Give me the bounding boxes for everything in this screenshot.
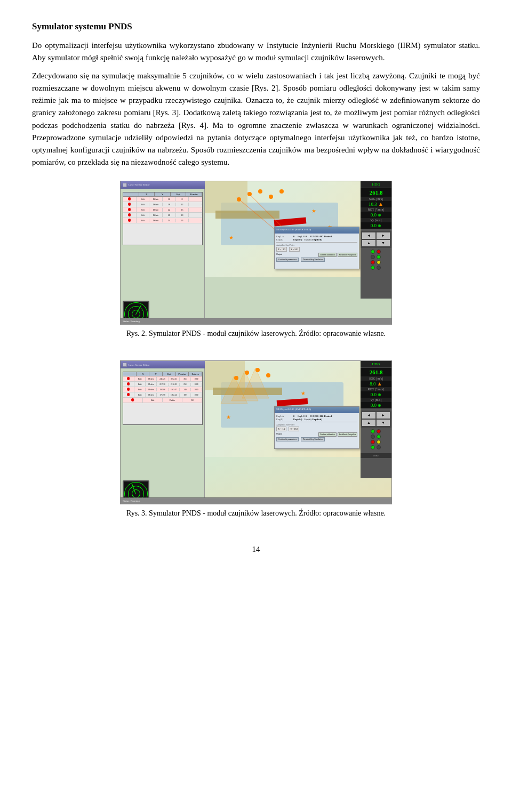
sensor-3 bbox=[258, 189, 262, 194]
fig2-sog-arrow: ▲ bbox=[378, 201, 383, 207]
fig3-light-6 bbox=[377, 440, 381, 444]
fig2-light-2 bbox=[377, 250, 381, 254]
fig3-misc-panel: Misc bbox=[361, 453, 391, 458]
fig3-dir-btn-4[interactable]: ▼ bbox=[377, 420, 390, 426]
fig2-sub-window: STATsys v2.0.06 (SMART v1.0) EngL.A0EngL… bbox=[274, 227, 359, 269]
fig3-sog-value: 8.0 ▲ bbox=[361, 381, 391, 387]
fig2-sog-label: SOG [m/s] bbox=[361, 197, 391, 201]
paragraph-1: Do optymalizacji interfejsu użytkownika … bbox=[32, 39, 480, 65]
fig2-vy-value: 0.0 ⊕ bbox=[361, 222, 391, 229]
fig2-map: ★ ★ ★ STATsys v2.0.06 (SMART v1.0) EngL.… bbox=[205, 181, 361, 277]
figure-3-container: Laser Sensor Editor × XYKątPomiarZakres … bbox=[32, 360, 480, 529]
fig3-sog-arrow: ▲ bbox=[377, 381, 382, 387]
fig2-light-6 bbox=[377, 260, 381, 264]
fig2-vy-arrow: ⊕ bbox=[378, 223, 381, 228]
sensor-5 bbox=[279, 189, 284, 194]
caption-3: Rys. 3. Symulator PNDS - moduł czujników… bbox=[126, 508, 386, 519]
fig3-map: ★ ★ STATsys v2.0.06 (SMART v1.0) EngL.A0… bbox=[205, 361, 361, 457]
fig2-hdg-label: HDG bbox=[361, 181, 391, 188]
fig2-light-7 bbox=[371, 266, 375, 270]
fig2-title-btn bbox=[123, 183, 127, 187]
fig3-lights-panel bbox=[361, 428, 390, 453]
page-title: Symulator systemu PNDS bbox=[32, 21, 480, 32]
fig3-light-8 bbox=[377, 445, 381, 449]
fig2-dir-btn-4[interactable]: ▼ bbox=[377, 240, 390, 246]
fig3-vy-value: 0.0 ⊕ bbox=[361, 402, 391, 408]
fig2-light-1 bbox=[371, 250, 375, 254]
fig3-vy-label: Vy [m/s] bbox=[361, 398, 391, 402]
fig2-light-5 bbox=[371, 260, 375, 264]
fig3-sub-window: STATsys v2.0.06 (SMART v1.0) EngL.A0EngL… bbox=[274, 406, 359, 449]
fig3-hdg-label: HDG bbox=[361, 361, 391, 368]
fig2-rot-label: ROT [°/min] bbox=[361, 207, 391, 212]
fig2-rot-arrow: ⊕ bbox=[378, 213, 381, 218]
fig2-sensor-table: XYKątPomiar EditDelete 128 EditDelete 18… bbox=[123, 192, 203, 245]
fig3-dir-btn-1[interactable]: ◄ bbox=[362, 412, 375, 419]
fig2-status-bar: Status: Running bbox=[121, 318, 391, 324]
fig2-lights-panel bbox=[361, 248, 390, 325]
figure-2-image: Laser Sensor Editor × XYKątPomiar EditDe… bbox=[120, 181, 392, 325]
fig3-dir-btn-3[interactable]: ▲ bbox=[362, 420, 375, 426]
fig2-info-panel: HDG 261.8 SOG [m/s] 10.3 ▲ ROT [°/min] 0… bbox=[361, 181, 391, 299]
fig3-info-panel: HDG 261.8 SOG [m/s] 8.0 ▲ ROT [°/min] 0.… bbox=[361, 361, 391, 478]
fig3-rot-label: ROT [°/min] bbox=[361, 387, 391, 391]
fig2-sog-value: 10.3 ▲ bbox=[361, 201, 391, 207]
fig2-light-4 bbox=[377, 255, 381, 259]
fig3-light-2 bbox=[377, 429, 381, 433]
fig2-dir-btn-3[interactable]: ▲ bbox=[362, 240, 375, 246]
fig3-light-1 bbox=[371, 429, 375, 433]
fig2-rot-value: 0.0 ⊕ bbox=[361, 212, 391, 218]
sensor-4 bbox=[269, 195, 273, 199]
fig2-light-8 bbox=[377, 266, 381, 270]
page-number: 14 bbox=[32, 545, 480, 554]
fig2-dir-btn-1[interactable]: ◄ bbox=[362, 232, 375, 239]
paragraph-2: Zdecydowano się na symulację maksymalnie… bbox=[32, 70, 480, 169]
fig3-sensor-3 bbox=[255, 368, 260, 372]
fig3-light-5 bbox=[371, 440, 375, 444]
fig3-light-3 bbox=[371, 435, 375, 439]
fig3-status-bar: Status: Running bbox=[121, 497, 391, 504]
fig3-vy-arrow: ⊕ bbox=[378, 403, 381, 408]
fig3-left-panel: XYKątPomiarZakres EditDelete241225 3012.… bbox=[121, 368, 205, 504]
fig2-hdg-value: 261.8 bbox=[361, 188, 391, 197]
fig3-title-btn bbox=[123, 363, 127, 367]
fig2-light-3 bbox=[371, 255, 375, 259]
fig3-sog-label: SOG [m/s] bbox=[361, 376, 391, 381]
fig3-sensor-4 bbox=[266, 373, 270, 377]
figure-3-image: Laser Sensor Editor × XYKątPomiarZakres … bbox=[120, 360, 392, 504]
fig3-hdg-value: 261.8 bbox=[361, 368, 391, 376]
fig3-rot-arrow: ⊕ bbox=[378, 392, 381, 397]
fig3-sensor-2 bbox=[245, 371, 249, 375]
figure-2-container: Laser Sensor Editor × XYKątPomiar EditDe… bbox=[32, 181, 480, 349]
caption-2: Rys. 2. Symulator PNDS - moduł czujników… bbox=[126, 328, 386, 340]
fig2-vy-label: Vy [m/s] bbox=[361, 218, 391, 222]
fig3-light-7 bbox=[371, 445, 375, 449]
fig2-dir-btn-2[interactable]: ► bbox=[377, 232, 390, 239]
fig3-dir-btn-2[interactable]: ► bbox=[377, 412, 390, 419]
fig3-light-4 bbox=[377, 435, 381, 439]
fig3-rot-value: 0.0 ⊕ bbox=[361, 391, 391, 398]
